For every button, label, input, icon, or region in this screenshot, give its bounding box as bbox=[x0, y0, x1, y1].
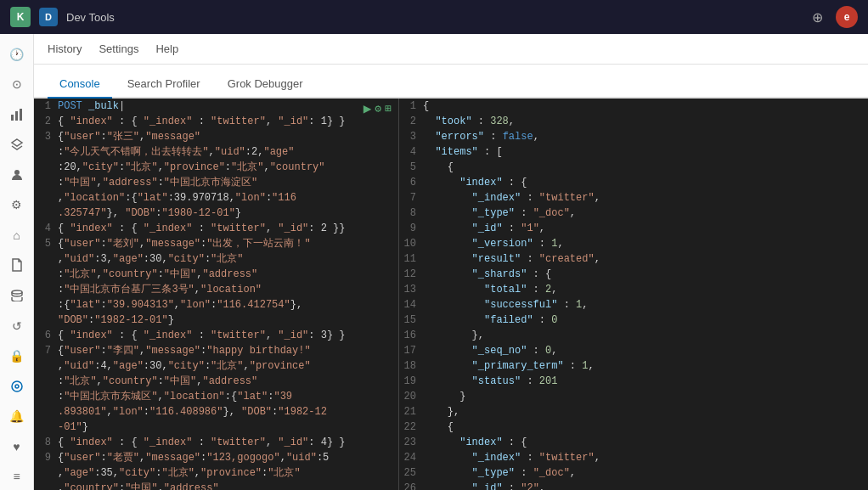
nav-refresh-icon[interactable]: ↺ bbox=[3, 313, 31, 340]
output-line: 19 "status" : 201 bbox=[399, 374, 868, 389]
top-bar-right: ⊕ e bbox=[805, 5, 858, 29]
code-line: ,"age":35,"city":"北京","province":"北京" bbox=[34, 465, 398, 481]
main-content: History Settings Help Console Search Pro… bbox=[34, 34, 868, 490]
output-line: 3 "errors" : false, bbox=[399, 129, 868, 144]
output-line: 11 "result" : "created", bbox=[399, 251, 868, 267]
output-line: 13 "total" : 2, bbox=[399, 282, 868, 297]
output-line: 25 "_type" : "_doc", bbox=[399, 465, 868, 481]
nav-clock-icon[interactable]: 🕐 bbox=[3, 41, 31, 68]
main-layout: 🕐 ⊙ ⚙ ⌂ ↺ 🔒 🔔 ♥ ≡ History Sett bbox=[0, 34, 868, 490]
output-line: 9 "_id" : "1", bbox=[399, 221, 868, 236]
help-link[interactable]: Help bbox=[155, 42, 178, 55]
code-line: -01"} bbox=[34, 420, 398, 435]
run-button[interactable]: ▶ bbox=[364, 100, 372, 117]
svg-point-7 bbox=[15, 385, 19, 388]
svg-rect-1 bbox=[15, 111, 18, 121]
code-line: :"北京","country":"中国","address" bbox=[34, 267, 398, 282]
output-line: 24 "_index" : "twitter", bbox=[399, 450, 868, 465]
svg-point-5 bbox=[12, 290, 22, 294]
tab-console[interactable]: Console bbox=[48, 70, 112, 99]
output-line: 16 }, bbox=[399, 328, 868, 343]
settings-link[interactable]: Settings bbox=[99, 42, 138, 55]
history-link[interactable]: History bbox=[48, 42, 82, 55]
output-line: 6 "index" : { bbox=[399, 175, 868, 190]
code-line: 5 {"user":"老刘","message":"出发，下一站云南！" bbox=[34, 236, 398, 251]
nav-gear-icon[interactable]: ⚙ bbox=[3, 192, 31, 219]
code-line: ,"uid":4,"age":30,"city":"北京","province" bbox=[34, 358, 398, 374]
svg-rect-0 bbox=[11, 115, 14, 121]
code-line: 1 POST _bulk| bbox=[34, 99, 398, 114]
code-line: .325747"}, "DOB":"1980-12-01"} bbox=[34, 206, 398, 221]
nav-devtools-icon[interactable] bbox=[3, 373, 31, 400]
code-line: 4 { "index" : { "_index" : "twitter", "_… bbox=[34, 221, 398, 236]
nav-search-icon[interactable]: ⊙ bbox=[3, 71, 31, 99]
top-bar: K D Dev Tools ⊕ e bbox=[0, 0, 868, 34]
code-line: ,"location":{"lat":39.970718,"lon":"116 bbox=[34, 190, 398, 206]
kibana-logo: K bbox=[10, 7, 31, 27]
code-line: :"中国北京市台基厂三条3号","location" bbox=[34, 282, 398, 297]
nav-file-icon[interactable] bbox=[3, 252, 31, 279]
tab-search-profiler[interactable]: Search Profiler bbox=[116, 70, 212, 99]
right-output-panel: 1 { 2 "took" : 328, 3 "errors" : false, … bbox=[399, 99, 868, 490]
output-line: 20 } bbox=[399, 389, 868, 404]
copy-button[interactable]: ⊞ bbox=[385, 102, 392, 115]
nav-chart-icon[interactable] bbox=[3, 101, 31, 128]
code-line: :"中国北京市东城区","location":{"lat":"39 bbox=[34, 389, 398, 404]
code-line: :"中国","address":"中国北京市海淀区" bbox=[34, 175, 398, 190]
svg-rect-2 bbox=[20, 109, 22, 121]
output-line: 21 }, bbox=[399, 404, 868, 420]
code-line: ,"uid":3,"age":30,"city":"北京" bbox=[34, 251, 398, 267]
output-line: 26 "_id" : "2", bbox=[399, 481, 868, 490]
output-line: 7 "_index" : "twitter", bbox=[399, 190, 868, 206]
code-line: 9 {"user":"老贾","message":"123,gogogo","u… bbox=[34, 450, 398, 465]
code-line: :"北京","country":"中国","address" bbox=[34, 374, 398, 389]
nav-menu-icon[interactable]: ≡ bbox=[3, 463, 31, 490]
svg-point-4 bbox=[14, 170, 20, 175]
nav-layers-icon[interactable] bbox=[3, 132, 31, 159]
app-title: Dev Tools bbox=[66, 11, 797, 24]
code-line: ,"country":"中国","address" bbox=[34, 481, 398, 490]
output-line: 23 "index" : { bbox=[399, 435, 868, 450]
output-line: 5 { bbox=[399, 160, 868, 175]
output-line: 15 "failed" : 0 bbox=[399, 313, 868, 328]
output-line: 2 "took" : 328, bbox=[399, 114, 868, 129]
editor-toolbar: ▶ ⚙ ⊞ bbox=[364, 100, 392, 117]
wrench-button[interactable]: ⚙ bbox=[375, 102, 381, 115]
code-line: 6 { "index" : { "_index" : "twitter", "_… bbox=[34, 328, 398, 343]
nav-user-icon[interactable] bbox=[3, 161, 31, 189]
output-line: 12 "_shards" : { bbox=[399, 267, 868, 282]
nav-home-icon[interactable]: ⌂ bbox=[3, 222, 31, 249]
output-line: 14 "successful" : 1, bbox=[399, 297, 868, 313]
user-avatar[interactable]: e bbox=[836, 6, 858, 28]
output-line: 22 { bbox=[399, 420, 868, 435]
nav-stack-icon[interactable] bbox=[3, 282, 31, 309]
app-icon: D bbox=[39, 8, 58, 26]
output-line: 18 "_primary_term" : 1, bbox=[399, 358, 868, 374]
code-line: .893801","lon":"116.408986"}, "DOB":"198… bbox=[34, 404, 398, 420]
code-line: :{"lat":"39.904313","lon":"116.412754"}, bbox=[34, 297, 398, 313]
globe-icon-btn[interactable]: ⊕ bbox=[805, 5, 829, 29]
left-nav: 🕐 ⊙ ⚙ ⌂ ↺ 🔒 🔔 ♥ ≡ bbox=[0, 34, 34, 490]
secondary-nav: History Settings Help bbox=[34, 34, 868, 65]
code-line: 8 { "index" : { "_index" : "twitter", "_… bbox=[34, 435, 398, 450]
svg-point-6 bbox=[12, 381, 22, 391]
nav-bell-icon[interactable]: 🔔 bbox=[3, 403, 31, 430]
nav-heart-icon[interactable]: ♥ bbox=[3, 433, 31, 460]
code-line: 3 {"user":"张三","message" bbox=[34, 129, 398, 144]
editor-area: ▶ ⚙ ⊞ 1 POST _bulk| 2 { "index" : { "_in… bbox=[34, 99, 868, 490]
code-line: :"今儿天气不错啊，出去转转去","uid":2,"age" bbox=[34, 144, 398, 160]
code-line: :20,"city":"北京","province":"北京","country… bbox=[34, 160, 398, 175]
code-line: "DOB":"1982-12-01"} bbox=[34, 313, 398, 328]
nav-lock-icon[interactable]: 🔒 bbox=[3, 342, 31, 369]
output-line: 10 "_version" : 1, bbox=[399, 236, 868, 251]
left-editor-panel[interactable]: ▶ ⚙ ⊞ 1 POST _bulk| 2 { "index" : { "_in… bbox=[34, 99, 399, 490]
output-line: 4 "items" : [ bbox=[399, 144, 868, 160]
svg-marker-3 bbox=[12, 139, 22, 146]
tabs-bar: Console Search Profiler Grok Debugger bbox=[34, 65, 868, 99]
output-line: 8 "_type" : "_doc", bbox=[399, 206, 868, 221]
code-line: 2 { "index" : { "_index" : "twitter", "_… bbox=[34, 114, 398, 129]
code-line: 7 {"user":"李四","message":"happy birthday… bbox=[34, 343, 398, 358]
output-line: 17 "_seq_no" : 0, bbox=[399, 343, 868, 358]
output-line: 1 { bbox=[399, 99, 868, 114]
tab-grok-debugger[interactable]: Grok Debugger bbox=[216, 70, 315, 99]
